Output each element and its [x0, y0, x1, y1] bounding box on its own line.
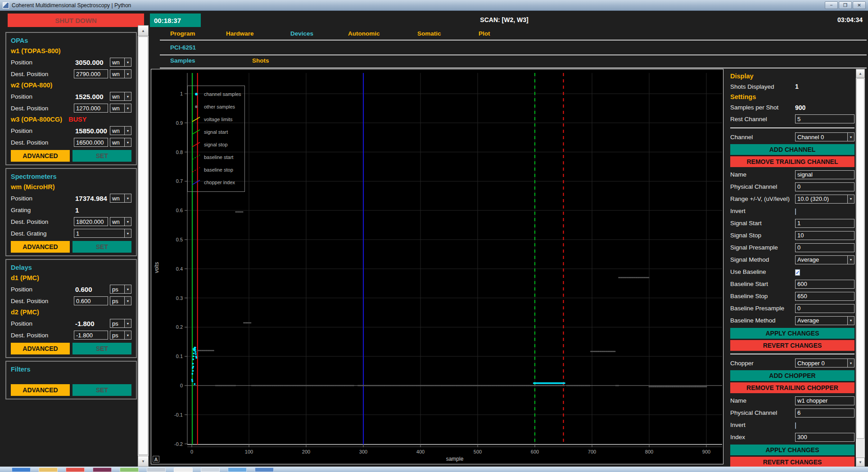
filters-set-button[interactable]: SET	[72, 384, 131, 396]
chopper-physical-channel-input[interactable]	[795, 408, 854, 418]
opas-advanced-button[interactable]: ADVANCED	[11, 150, 70, 162]
w2-position-units-select[interactable]: wn▼	[110, 92, 131, 101]
wm-position-units-select[interactable]: wn▼	[110, 194, 131, 203]
baseline-start-input[interactable]	[795, 280, 854, 289]
scroll-down-icon[interactable]: ▼	[138, 456, 149, 467]
taskbar-icon[interactable]	[255, 467, 274, 472]
w1-dest-input[interactable]	[74, 69, 108, 78]
taskbar-icon[interactable]	[93, 467, 112, 472]
w3-dest-row: Dest. Position wn▼	[11, 136, 131, 148]
scroll-up-icon[interactable]: ▲	[138, 25, 149, 36]
invert-checkbox[interactable]	[795, 209, 796, 215]
sidebar-scrollbar[interactable]: ▲ ▼	[138, 25, 149, 467]
baseline-stop-input[interactable]	[795, 292, 854, 301]
signal-method-select[interactable]: Average▼	[795, 255, 854, 264]
taskbar-icon[interactable]	[120, 467, 139, 472]
close-button[interactable]: ✕	[853, 1, 866, 9]
tab-pci-6251[interactable]: PCI-6251	[170, 44, 196, 51]
chopper-index-row: Index	[730, 431, 854, 443]
signal-presample-input[interactable]	[795, 243, 854, 252]
wm-dest-grating-select[interactable]: 1▼	[74, 229, 131, 238]
baseline-method-select[interactable]: Average▼	[795, 316, 854, 325]
taskbar-icon[interactable]	[147, 467, 166, 472]
chopper-apply-changes-button[interactable]: APPLY CHANGES	[730, 445, 854, 455]
tab-samples[interactable]: Samples	[170, 57, 195, 64]
taskbar-icon[interactable]	[12, 467, 31, 472]
rest-channel-input[interactable]	[795, 114, 854, 123]
signal-start-input[interactable]	[795, 219, 854, 228]
scroll-down-icon[interactable]: ▼	[856, 458, 865, 467]
add-chopper-button[interactable]: ADD CHOPPER	[730, 370, 854, 381]
tab-somatic[interactable]: Somatic	[417, 30, 441, 37]
opas-set-button[interactable]: SET	[72, 150, 131, 162]
signal-stop-input[interactable]	[795, 231, 854, 240]
clock: 03:04:34	[837, 16, 863, 23]
chopper-revert-changes-button[interactable]: REVERT CHANGES	[730, 457, 854, 467]
tab-hardware[interactable]: Hardware	[226, 30, 254, 37]
remove-trailing-chopper-button[interactable]: REMOVE TRAILING CHOPPER	[730, 382, 854, 393]
revert-changes-button[interactable]: REVERT CHANGES	[730, 340, 854, 351]
d1-dest-input[interactable]	[74, 296, 108, 305]
scrollbar-thumb[interactable]	[856, 78, 864, 439]
delays-set-button[interactable]: SET	[72, 343, 131, 354]
legend-item-channel-samples: channel samples	[190, 88, 244, 100]
delays-panel: Delays d1 (PMC) Position 0.600 ps▼ Dest.…	[5, 259, 137, 358]
chopper-select[interactable]: Chopper 0▼	[795, 359, 854, 368]
w2-dest-input[interactable]	[74, 104, 108, 113]
d1-dest-units-select[interactable]: ps▼	[110, 296, 131, 305]
taskbar-icon[interactable]	[66, 467, 85, 472]
w2-dest-units-select[interactable]: wn▼	[110, 104, 131, 113]
spectrometers-set-button[interactable]: SET	[72, 241, 131, 253]
apply-changes-button[interactable]: APPLY CHANGES	[730, 328, 854, 339]
w3-dest-units-select[interactable]: wn▼	[110, 138, 131, 147]
w3-dest-input[interactable]	[74, 138, 108, 147]
tab-shots[interactable]: Shots	[252, 57, 269, 64]
samples-plot[interactable]: 10.90.80.70.60.50.40.30.20.10-0.1-0.2010…	[151, 69, 723, 464]
chopper-index-input[interactable]	[795, 433, 854, 442]
w1-dest-units-select[interactable]: wn▼	[110, 69, 131, 78]
tab-devices[interactable]: Devices	[290, 30, 313, 37]
baseline-stop-row: Baseline Stop	[730, 290, 854, 302]
windows-taskbar[interactable]	[0, 467, 868, 472]
chopper-name-input[interactable]	[795, 396, 854, 405]
use-baseline-checkbox[interactable]: ✓	[795, 269, 800, 276]
tab-program[interactable]: Program	[170, 30, 195, 37]
remove-trailing-channel-button[interactable]: REMOVE TRAILING CHANNEL	[730, 156, 854, 167]
taskbar-icon[interactable]	[201, 467, 220, 472]
autoscale-button[interactable]: A	[153, 456, 159, 463]
tab-plot[interactable]: Plot	[479, 30, 490, 37]
settings-scrollbar[interactable]: ▲ ▼	[856, 69, 865, 467]
tab-autonomic[interactable]: Autonomic	[348, 30, 380, 37]
d1-position-units-select[interactable]: ps▼	[110, 285, 131, 294]
w3-position-units-select[interactable]: wn▼	[110, 126, 131, 135]
delays-advanced-button[interactable]: ADVANCED	[11, 343, 70, 354]
range-select[interactable]: 10.0 (320.0)▼	[795, 195, 854, 204]
w1-position-units-select[interactable]: wn▼	[110, 58, 131, 67]
w2-dest-row: Dest. Position wn▼	[11, 102, 131, 114]
minimize-button[interactable]: –	[825, 1, 838, 9]
taskbar-icon[interactable]	[174, 467, 193, 472]
taskbar-icon[interactable]	[228, 467, 247, 472]
physical-channel-input[interactable]	[795, 182, 854, 191]
wm-dest-position-input[interactable]	[74, 217, 108, 226]
shots-displayed-value: 1	[795, 83, 854, 90]
channel-name-input[interactable]	[795, 170, 854, 179]
scrollbar-thumb[interactable]	[138, 36, 148, 455]
spectrometers-advanced-button[interactable]: ADVANCED	[11, 241, 70, 253]
d2-dest-input[interactable]	[74, 331, 108, 340]
d2-dest-units-select[interactable]: ps▼	[110, 331, 131, 340]
d2-position-units-select[interactable]: ps▼	[110, 319, 131, 328]
shutdown-button[interactable]: SHUT DOWN	[8, 14, 144, 27]
add-channel-button[interactable]: ADD CHANNEL	[730, 144, 854, 155]
scroll-up-icon[interactable]: ▲	[856, 69, 865, 78]
chevron-down-icon: ▼	[124, 331, 131, 339]
baseline-presample-input[interactable]	[795, 304, 854, 313]
restore-button[interactable]: ❐	[839, 1, 852, 9]
chopper-invert-checkbox[interactable]	[795, 422, 796, 429]
chopper-invert-row: Invert	[730, 419, 854, 431]
filters-advanced-button[interactable]: ADVANCED	[11, 384, 70, 396]
taskbar-icon[interactable]	[39, 467, 58, 472]
channel-select[interactable]: Channel 0▼	[795, 132, 854, 141]
wm-dest-units-select[interactable]: wn▼	[110, 217, 131, 226]
chevron-down-icon: ▼	[124, 218, 131, 226]
